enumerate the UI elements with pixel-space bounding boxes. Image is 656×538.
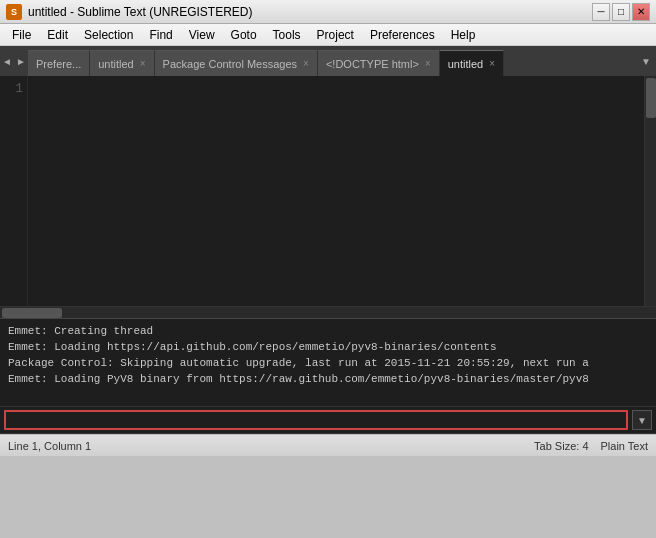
menu-item-preferences[interactable]: Preferences xyxy=(362,26,443,44)
console-line: Emmet: Creating thread xyxy=(8,323,648,339)
menu-item-goto[interactable]: Goto xyxy=(223,26,265,44)
menu-item-edit[interactable]: Edit xyxy=(39,26,76,44)
title-bar: S untitled - Sublime Text (UNREGISTERED)… xyxy=(0,0,656,24)
menu-item-tools[interactable]: Tools xyxy=(265,26,309,44)
title-text: untitled - Sublime Text (UNREGISTERED) xyxy=(28,5,253,19)
tab-2[interactable]: Package Control Messages× xyxy=(155,50,318,76)
tab-4[interactable]: untitled× xyxy=(440,50,504,76)
maximize-button[interactable]: □ xyxy=(612,3,630,21)
menu-item-file[interactable]: File xyxy=(4,26,39,44)
minimize-button[interactable]: ─ xyxy=(592,3,610,21)
tab-1[interactable]: untitled× xyxy=(90,50,154,76)
editor-area-container: 1 xyxy=(0,76,656,306)
syntax-type[interactable]: Plain Text xyxy=(601,440,649,452)
console-line: Emmet: Loading https://api.github.com/re… xyxy=(8,339,648,355)
horizontal-scrollbar-thumb[interactable] xyxy=(2,308,62,318)
tab-label-2: Package Control Messages xyxy=(163,58,298,70)
menu-item-view[interactable]: View xyxy=(181,26,223,44)
menu-item-help[interactable]: Help xyxy=(443,26,484,44)
tab-label-4: untitled xyxy=(448,58,483,70)
tab-close-2[interactable]: × xyxy=(303,58,309,69)
console-line: Emmet: Loading PyV8 binary from https://… xyxy=(8,371,648,387)
title-bar-left: S untitled - Sublime Text (UNREGISTERED) xyxy=(6,4,253,20)
menu-item-selection[interactable]: Selection xyxy=(76,26,141,44)
tab-label-3: <!DOCTYPE html> xyxy=(326,58,419,70)
editor-horizontal-scrollbar[interactable] xyxy=(0,306,656,318)
cursor-position: Line 1, Column 1 xyxy=(8,440,91,452)
menu-item-project[interactable]: Project xyxy=(309,26,362,44)
tab-3[interactable]: <!DOCTYPE html>× xyxy=(318,50,440,76)
tab-label-1: untitled xyxy=(98,58,133,70)
status-right: Tab Size: 4 Plain Text xyxy=(534,440,648,452)
tab-size[interactable]: Tab Size: 4 xyxy=(534,440,588,452)
tab-close-1[interactable]: × xyxy=(140,58,146,69)
menu-bar: FileEditSelectionFindViewGotoToolsProjec… xyxy=(0,24,656,46)
status-bar: Line 1, Column 1 Tab Size: 4 Plain Text xyxy=(0,434,656,456)
scrollbar-thumb[interactable] xyxy=(646,78,656,118)
loading-bar-container: ▼ xyxy=(0,406,656,434)
console-line: Package Control: Skipping automatic upgr… xyxy=(8,355,648,371)
editor-text-area[interactable] xyxy=(28,76,644,306)
line-numbers: 1 xyxy=(0,76,28,306)
window-controls: ─ □ ✕ xyxy=(592,3,650,21)
tab-bar: ◄ ► Prefere...untitled×Package Control M… xyxy=(0,46,656,76)
tab-nav-left[interactable]: ◄ xyxy=(0,46,14,76)
tab-label-0: Prefere... xyxy=(36,58,81,70)
status-position: Line 1, Column 1 xyxy=(8,440,91,452)
tab-close-3[interactable]: × xyxy=(425,58,431,69)
tab-nav-right[interactable]: ► xyxy=(14,46,28,76)
tab-dropdown-button[interactable]: ▼ xyxy=(636,46,656,76)
tab-0[interactable]: Prefere... xyxy=(28,50,90,76)
tabs-container: Prefere...untitled×Package Control Messa… xyxy=(28,46,636,76)
console-output: Emmet: Creating threadEmmet: Loading htt… xyxy=(0,318,656,406)
loading-bar xyxy=(4,410,628,430)
tab-close-4[interactable]: × xyxy=(489,58,495,69)
editor-vertical-scrollbar[interactable] xyxy=(644,76,656,306)
loading-dropdown-button[interactable]: ▼ xyxy=(632,410,652,430)
close-button[interactable]: ✕ xyxy=(632,3,650,21)
menu-item-find[interactable]: Find xyxy=(141,26,180,44)
app-icon: S xyxy=(6,4,22,20)
